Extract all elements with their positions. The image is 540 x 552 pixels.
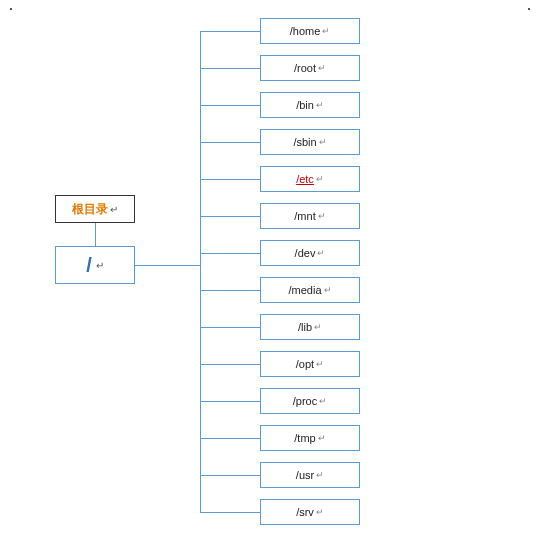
branch-connector [200, 512, 260, 513]
directory-name: /etc [296, 173, 314, 185]
return-glyph: ↵ [319, 396, 327, 406]
directory-name: /bin [296, 99, 314, 111]
root-to-trunk-connector [135, 265, 201, 266]
branch-connector [200, 216, 260, 217]
return-glyph: ↵ [314, 322, 322, 332]
return-glyph: ↵ [322, 26, 330, 36]
directory-name: /root [294, 62, 316, 74]
directory-box: /home↵ [260, 18, 360, 44]
diagram-canvas: 根目录 ↵ / ↵ /home↵/root↵/bin↵/sbin↵/etc↵/m… [0, 0, 540, 552]
branch-connector [200, 253, 260, 254]
directory-box: /tmp↵ [260, 425, 360, 451]
branch-connector [200, 142, 260, 143]
return-glyph: ↵ [318, 433, 326, 443]
return-glyph: ↵ [96, 260, 104, 271]
return-glyph: ↵ [324, 285, 332, 295]
directory-name: /srv [296, 506, 314, 518]
branch-connector [200, 68, 260, 69]
directory-box: /mnt↵ [260, 203, 360, 229]
directory-name: /home [290, 25, 321, 37]
branch-connector [200, 364, 260, 365]
directory-name: /sbin [293, 136, 316, 148]
directory-name: /media [288, 284, 321, 296]
directory-box: /media↵ [260, 277, 360, 303]
branch-connector [200, 290, 260, 291]
directory-box: /etc↵ [260, 166, 360, 192]
directory-box: /usr↵ [260, 462, 360, 488]
branch-connector [200, 401, 260, 402]
directory-box: /opt↵ [260, 351, 360, 377]
directory-name: /opt [296, 358, 314, 370]
return-glyph: ↵ [316, 100, 324, 110]
root-directory-box: / ↵ [55, 246, 135, 284]
return-glyph: ↵ [316, 359, 324, 369]
return-glyph: ↵ [316, 470, 324, 480]
directory-name: /lib [298, 321, 312, 333]
directory-box: /sbin↵ [260, 129, 360, 155]
root-symbol: / [86, 254, 92, 277]
return-glyph: ↵ [319, 137, 327, 147]
directory-box: /root↵ [260, 55, 360, 81]
directory-box: /lib↵ [260, 314, 360, 340]
directory-name: /mnt [294, 210, 315, 222]
branch-connector [200, 475, 260, 476]
directory-box: /dev↵ [260, 240, 360, 266]
root-label-box: 根目录 ↵ [55, 195, 135, 223]
directory-box: /bin↵ [260, 92, 360, 118]
corner-marker [528, 8, 530, 10]
branch-connector [200, 31, 260, 32]
directory-box: /proc↵ [260, 388, 360, 414]
branch-connector [200, 179, 260, 180]
return-glyph: ↵ [110, 204, 118, 215]
root-label-text: 根目录 [72, 201, 108, 218]
trunk-connector [200, 31, 201, 512]
return-glyph: ↵ [316, 507, 324, 517]
directory-name: /proc [293, 395, 317, 407]
branch-connector [200, 438, 260, 439]
branch-connector [200, 327, 260, 328]
branch-connector [200, 105, 260, 106]
root-label-connector [95, 223, 96, 246]
corner-marker [10, 8, 12, 10]
directory-name: /dev [295, 247, 316, 259]
return-glyph: ↵ [318, 63, 326, 73]
directory-name: /tmp [294, 432, 315, 444]
directory-name: /usr [296, 469, 314, 481]
return-glyph: ↵ [316, 174, 324, 184]
return-glyph: ↵ [317, 248, 325, 258]
directory-box: /srv↵ [260, 499, 360, 525]
return-glyph: ↵ [318, 211, 326, 221]
